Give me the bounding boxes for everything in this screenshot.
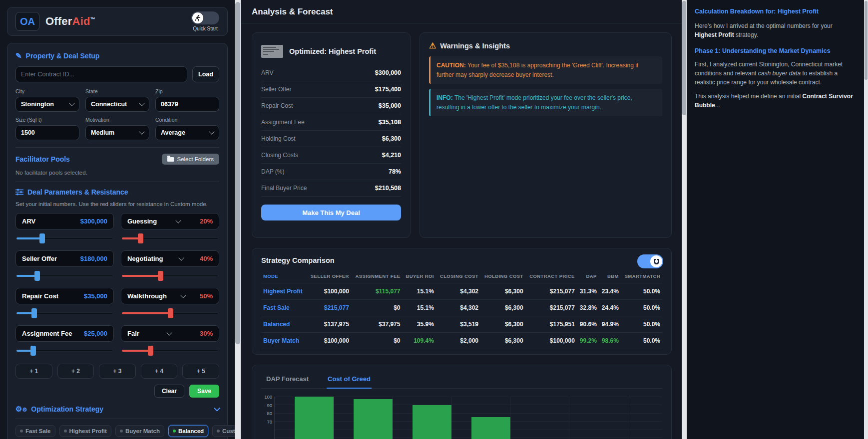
resistance-box-walkthrough[interactable]: Walkthrough 50% bbox=[121, 288, 219, 304]
state-label: State bbox=[85, 88, 149, 94]
scrollbar-thumb[interactable] bbox=[235, 2, 240, 344]
warning-triangle-icon: ⚠ bbox=[429, 41, 436, 50]
size-input[interactable]: 1500 bbox=[15, 125, 79, 140]
slider-thumb[interactable] bbox=[39, 233, 45, 243]
strategy-pill-buyer-match[interactable]: Buyer Match bbox=[115, 425, 164, 437]
load-button[interactable]: Load bbox=[192, 66, 219, 82]
motivation-select[interactable]: Medium bbox=[85, 125, 149, 140]
make-this-my-deal-button[interactable]: Make This My Deal bbox=[261, 205, 401, 220]
city-select[interactable]: Stonington bbox=[15, 97, 79, 112]
param-box-arv: ARV $300,000 bbox=[15, 213, 114, 229]
detail-row: Closing Costs$4,210 bbox=[261, 147, 401, 164]
mode-link[interactable]: Buyer Match bbox=[261, 333, 307, 349]
slider-thumb[interactable] bbox=[138, 233, 143, 243]
detail-row: Repair Cost$35,000 bbox=[261, 98, 401, 114]
strategy-pill-fast-sale[interactable]: Fast Sale bbox=[15, 425, 55, 437]
tab-cost-of-greed[interactable]: Cost of Greed bbox=[327, 372, 372, 389]
chevron-down-icon bbox=[180, 292, 186, 298]
guessing-slider[interactable] bbox=[121, 233, 219, 243]
zip-label: Zip bbox=[155, 88, 219, 94]
col-seller-offer: SELLER OFFER bbox=[307, 270, 351, 283]
detail-row: Seller Offer$175,400 bbox=[261, 81, 401, 98]
param-box-assignment-fee: Assignment Fee $25,000 bbox=[15, 325, 114, 342]
resistance-box-fair[interactable]: Fair 30% bbox=[121, 325, 219, 342]
add-2-button[interactable]: + 2 bbox=[57, 364, 94, 379]
negotiating-slider[interactable] bbox=[121, 271, 219, 281]
table-row: Buyer Match $100,000 $0 109.4% $2,000 $6… bbox=[261, 333, 662, 349]
mode-link[interactable]: Balanced bbox=[261, 316, 307, 333]
phase-1-heading: Phase 1: Understanding the Market Dynami… bbox=[695, 46, 856, 56]
select-folders-button[interactable]: Select Folders bbox=[162, 154, 219, 165]
quick-start-label: Quick Start bbox=[193, 26, 217, 31]
resistance-box-guessing[interactable]: Guessing 20% bbox=[121, 213, 219, 229]
strategy-pill-custom[interactable]: Custom bbox=[212, 425, 235, 437]
right-scrollbar[interactable] bbox=[864, 0, 868, 439]
add-4-button[interactable]: + 4 bbox=[141, 364, 178, 379]
breakdown-title: Calculation Breakdown for: Highest Profi… bbox=[695, 7, 856, 16]
add-5-button[interactable]: + 5 bbox=[182, 364, 219, 379]
tab-dap-forecast[interactable]: DAP Forecast bbox=[265, 372, 310, 388]
scrollbar-thumb[interactable] bbox=[865, 1, 868, 80]
forecast-card: DAP Forecast Cost of Greed 100 90 80 70 bbox=[252, 365, 672, 439]
strategy-pill-highest-profit[interactable]: Highest Profit bbox=[59, 425, 111, 437]
mode-link[interactable]: Highest Profit bbox=[261, 283, 307, 300]
chart-bar bbox=[295, 397, 334, 439]
slider-thumb[interactable] bbox=[148, 346, 153, 356]
status-dot bbox=[20, 430, 23, 433]
sidebar-scrollbar[interactable] bbox=[235, 0, 241, 439]
strategy-pill-balanced[interactable]: Balanced bbox=[168, 425, 208, 437]
arv-slider[interactable] bbox=[15, 233, 114, 243]
table-row: Balanced $137,975 $37,975 35.9% $3,519 $… bbox=[261, 316, 662, 333]
brand-logo: OA bbox=[15, 12, 39, 31]
status-dot bbox=[173, 430, 176, 433]
seller-offer-slider[interactable] bbox=[15, 271, 114, 281]
facilitator-title: Facilitator Pools bbox=[15, 155, 70, 163]
add-3-button[interactable]: + 3 bbox=[99, 364, 136, 379]
quick-start-toggle[interactable] bbox=[191, 11, 219, 24]
slider-thumb[interactable] bbox=[30, 346, 36, 356]
params-hint: Set your initial numbers. Use the red sl… bbox=[15, 201, 219, 207]
smartmatch-toggle[interactable] bbox=[637, 254, 663, 268]
size-label: Size (SqFt) bbox=[15, 117, 79, 123]
condition-select[interactable]: Average bbox=[155, 125, 219, 140]
resistance-box-negotiating[interactable]: Negotiating 40% bbox=[121, 250, 219, 267]
fair-slider[interactable] bbox=[121, 346, 219, 356]
sidebar: OA OfferAid™ Quick Start ✎ Property & De… bbox=[0, 0, 235, 439]
clear-button[interactable]: Clear bbox=[154, 385, 184, 398]
state-select[interactable]: Connecticut bbox=[85, 97, 149, 112]
divider bbox=[15, 182, 219, 182]
comparison-table: MODE SELLER OFFER ASSIGNMENT FEE BUYER R… bbox=[261, 270, 662, 349]
status-dot bbox=[64, 430, 67, 433]
walkthrough-slider[interactable] bbox=[121, 308, 219, 318]
slider-thumb[interactable] bbox=[168, 308, 173, 318]
col-dap: DAP bbox=[577, 270, 599, 283]
chevron-down-icon bbox=[139, 129, 144, 134]
scrollbar-thumb[interactable] bbox=[682, 1, 686, 115]
table-row: Highest Profit $100,000 $115,077 15.1% $… bbox=[261, 283, 662, 300]
bar-plot bbox=[274, 397, 662, 439]
brand-name: OfferAid™ bbox=[45, 15, 95, 28]
slider-thumb[interactable] bbox=[158, 271, 163, 281]
assignment-fee-slider[interactable] bbox=[15, 346, 114, 356]
col-assignment-fee: ASSIGNMENT FEE bbox=[351, 270, 403, 283]
save-button[interactable]: Save bbox=[189, 385, 219, 398]
contract-id-input[interactable] bbox=[15, 66, 187, 82]
repair-cost-slider[interactable] bbox=[15, 308, 114, 318]
collapse-chevron-icon[interactable] bbox=[214, 405, 220, 412]
slider-thumb[interactable] bbox=[31, 308, 37, 318]
zip-input[interactable]: 06379 bbox=[155, 97, 219, 112]
breakdown-paragraph: This analysis helped me define an initia… bbox=[695, 92, 856, 110]
gears-icon: ⚙⚙ bbox=[15, 405, 27, 414]
slider-thumb[interactable] bbox=[34, 271, 40, 281]
col-mode: MODE bbox=[261, 270, 307, 283]
chart-bar bbox=[471, 417, 510, 439]
add-1-button[interactable]: + 1 bbox=[15, 364, 52, 379]
condition-label: Condition bbox=[155, 117, 219, 123]
facilitator-empty-text: No facilitator pools selected. bbox=[15, 170, 219, 176]
chevron-down-icon bbox=[139, 100, 144, 106]
col-contract-price: CONTRACT PRICE bbox=[525, 270, 577, 283]
main-scrollbar[interactable] bbox=[682, 0, 687, 439]
page-title: Analysis & Forecast bbox=[241, 0, 682, 23]
mode-link[interactable]: Fast Sale bbox=[261, 300, 307, 316]
optimized-card: Optimized: Highest Profit ARV$300,000 Se… bbox=[252, 32, 411, 238]
